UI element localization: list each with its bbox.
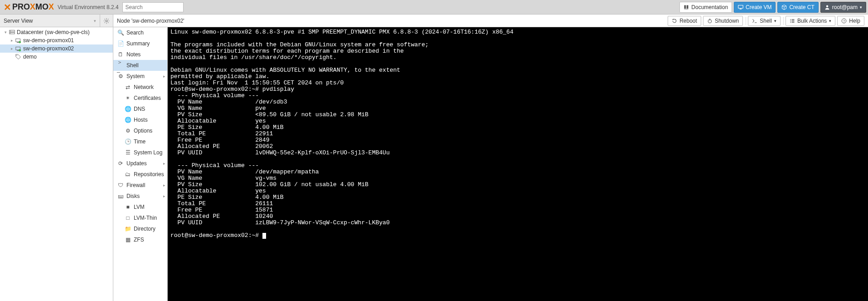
expand-icon: ▸ <box>9 38 15 43</box>
documentation-button[interactable]: Documentation <box>679 2 732 13</box>
svg-rect-1 <box>740 9 742 10</box>
view-selector[interactable]: Server View ▾ <box>0 15 100 27</box>
svg-rect-0 <box>738 5 743 8</box>
shell-terminal[interactable]: Linux sw-demo-proxmox02 6.8.8-3-pve #1 S… <box>168 27 868 301</box>
svg-rect-16 <box>709 18 710 20</box>
bulk-actions-button[interactable]: Bulk Actions ▾ <box>786 16 835 26</box>
globe-icon: 🌐 <box>124 117 131 123</box>
menu-shell[interactable]: ＞_Shell <box>113 60 167 71</box>
menu-hosts[interactable]: 🌐Hosts <box>113 114 167 125</box>
menu-disks[interactable]: 🖴Disks▸ <box>113 191 167 202</box>
terminal-icon: ＞_ <box>117 59 124 73</box>
menu-summary[interactable]: 📄Summary <box>113 38 167 49</box>
certificate-icon: ✴ <box>124 95 131 101</box>
terminal-icon <box>752 18 757 24</box>
expand-icon: ▸ <box>9 46 15 51</box>
menu-directory[interactable]: 📁Directory <box>113 223 167 234</box>
server-icon <box>8 30 15 35</box>
shield-icon: 🛡 <box>117 182 124 188</box>
svg-point-6 <box>10 30 10 31</box>
menu-system[interactable]: ⚙System▸ <box>113 71 167 82</box>
globe-icon: 🌐 <box>124 106 131 112</box>
svg-point-7 <box>10 33 10 33</box>
node-icon <box>15 38 22 44</box>
menu-certificates[interactable]: ✴Certificates <box>113 93 167 104</box>
chevron-down-icon: ▾ <box>829 19 831 23</box>
help-button[interactable]: ? Help <box>837 16 864 26</box>
chevron-down-icon: ▾ <box>94 19 96 23</box>
reboot-button[interactable]: Reboot <box>668 16 701 26</box>
user-menu-button[interactable]: root@pam ▾ <box>820 2 866 13</box>
svg-point-3 <box>106 20 107 21</box>
tree-node-proxmox02[interactable]: ▸ sw-demo-proxmox02 <box>0 44 113 53</box>
logo-x-icon: ✕ <box>4 2 11 13</box>
list-icon <box>790 18 795 24</box>
shell-dropdown-button[interactable]: Shell ▾ <box>748 16 781 26</box>
svg-rect-4 <box>9 30 14 31</box>
chevron-down-icon: ▾ <box>774 19 776 23</box>
gear-icon: ⚙ <box>124 128 131 134</box>
list-icon: ☰ <box>124 149 131 156</box>
svg-rect-17 <box>790 19 791 20</box>
tree-datacenter[interactable]: ▾ Datacenter (sw-demo-pve-cls) <box>0 28 113 36</box>
svg-point-13 <box>19 49 21 51</box>
collapse-icon: ▾ <box>3 30 8 35</box>
tree-pool-demo[interactable]: demo <box>0 53 113 61</box>
content-panel: Node 'sw-demo-proxmox02' Reboot Shutdown… <box>113 15 868 301</box>
menu-options[interactable]: ⚙Options <box>113 125 167 136</box>
resource-tree: ▾ Datacenter (sw-demo-pve-cls) ▸ sw-demo… <box>0 27 113 301</box>
chevron-right-icon: ▸ <box>163 74 165 79</box>
settings-gear-button[interactable] <box>100 18 113 24</box>
chevron-right-icon: ▸ <box>163 194 165 198</box>
shutdown-button[interactable]: Shutdown <box>703 16 743 26</box>
reload-icon <box>672 18 677 24</box>
menu-search[interactable]: 🔍Search <box>113 27 167 38</box>
chevron-down-icon: ▾ <box>860 5 862 10</box>
svg-point-14 <box>16 55 17 56</box>
tree-node-proxmox01[interactable]: ▸ sw-demo-proxmox01 <box>0 36 113 44</box>
menu-syslog[interactable]: ☰System Log <box>113 147 167 158</box>
menu-zfs[interactable]: ▦ZFS <box>113 234 167 245</box>
create-ct-button[interactable]: Create CT <box>777 2 818 13</box>
menu-repositories[interactable]: 🗂Repositories <box>113 169 167 180</box>
cube-icon <box>781 5 787 10</box>
cogs-icon: ⚙ <box>117 73 124 79</box>
svg-rect-18 <box>790 20 791 21</box>
hdd-icon: 🖴 <box>117 193 124 199</box>
svg-rect-19 <box>790 22 791 23</box>
chevron-right-icon: ▸ <box>163 183 165 188</box>
svg-point-2 <box>826 5 829 7</box>
folder-icon: 📁 <box>124 226 131 232</box>
square-icon: ■ <box>124 204 131 210</box>
tag-icon <box>15 54 22 60</box>
gear-icon <box>103 18 110 24</box>
svg-text:?: ? <box>843 19 845 23</box>
proxmox-logo: ✕ PROXMOX <box>4 2 54 13</box>
breadcrumb: Node 'sw-demo-proxmox02' <box>117 18 184 24</box>
network-icon: ⇄ <box>124 84 131 90</box>
left-panel-header: Server View ▾ <box>0 15 113 27</box>
create-vm-button[interactable]: Create VM <box>734 2 776 13</box>
node-side-menu: 🔍Search 📄Summary 🗒Notes ＞_Shell ⚙System▸… <box>113 27 168 301</box>
svg-point-10 <box>19 41 21 43</box>
svg-rect-21 <box>791 20 794 21</box>
menu-dns[interactable]: 🌐DNS <box>113 104 167 114</box>
search-icon: 🔍 <box>117 30 124 36</box>
menu-lvm[interactable]: ■LVM <box>113 202 167 212</box>
square-outline-icon: □ <box>124 215 131 221</box>
menu-firewall[interactable]: 🛡Firewall▸ <box>113 180 167 191</box>
power-icon <box>707 18 713 24</box>
content-header: Node 'sw-demo-proxmox02' Reboot Shutdown… <box>113 15 868 27</box>
top-bar: ✕ PROXMOX Virtual Environment 8.2.4 Docu… <box>0 0 868 15</box>
sticky-note-icon: 🗒 <box>117 51 124 58</box>
left-panel: Server View ▾ ▾ Datacenter (sw-demo-pve-… <box>0 15 113 301</box>
files-icon: 🗂 <box>124 171 131 178</box>
menu-updates[interactable]: ⟳Updates▸ <box>113 158 167 169</box>
svg-rect-22 <box>791 22 794 23</box>
node-icon <box>15 46 22 52</box>
user-icon <box>824 5 830 10</box>
search-input[interactable] <box>122 2 184 12</box>
menu-network[interactable]: ⇄Network <box>113 82 167 93</box>
menu-lvm-thin[interactable]: □LVM-Thin <box>113 212 167 223</box>
menu-time[interactable]: 🕒Time <box>113 136 167 147</box>
